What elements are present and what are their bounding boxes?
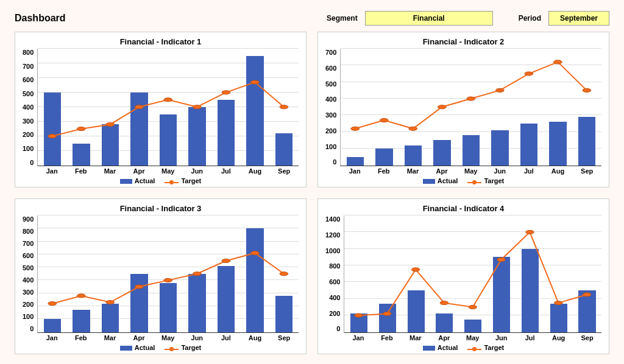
y-axis: 0100200300400500600700800900 bbox=[23, 215, 37, 341]
chart-title: Financial - Indicator 2 bbox=[325, 37, 601, 46]
y-tick: 0 bbox=[23, 159, 34, 166]
legend-label-target: Target bbox=[484, 344, 504, 351]
legend-swatch-bar-icon bbox=[423, 346, 435, 351]
y-tick: 800 bbox=[325, 262, 340, 270]
y-tick: 400 bbox=[23, 276, 34, 284]
period-label: Period bbox=[519, 14, 541, 23]
x-tick: Aug bbox=[241, 334, 270, 341]
y-tick: 400 bbox=[325, 96, 336, 103]
y-tick: 900 bbox=[23, 215, 34, 223]
plot-wrap: JanFebMarAprMayJunJulAugSep bbox=[37, 49, 299, 175]
legend-item-target: Target bbox=[467, 177, 504, 185]
x-tick: Mar bbox=[96, 334, 125, 341]
svg-point-3 bbox=[135, 105, 144, 109]
x-tick: Feb bbox=[66, 167, 96, 175]
legend: ActualTarget bbox=[325, 175, 601, 185]
y-axis: 0100200300400500600700 bbox=[325, 49, 340, 175]
chart-title: Financial - Indicator 1 bbox=[23, 37, 299, 46]
legend-label-actual: Actual bbox=[438, 177, 458, 184]
legend-label-target: Target bbox=[484, 177, 504, 184]
x-tick: Apr bbox=[430, 334, 458, 341]
x-tick: Feb bbox=[369, 167, 399, 175]
y-tick: 400 bbox=[23, 103, 34, 111]
x-tick: May bbox=[456, 167, 486, 175]
plot-area bbox=[37, 49, 299, 166]
y-tick: 500 bbox=[23, 90, 34, 97]
legend-swatch-line-icon bbox=[467, 347, 481, 351]
svg-point-33 bbox=[526, 230, 534, 234]
chart-card-2: Financial - Indicator 201002003004005006… bbox=[317, 32, 609, 187]
x-tick: Jul bbox=[514, 167, 544, 175]
svg-point-14 bbox=[496, 88, 505, 92]
plot-wrap: JanFebMarAprMayJunJulAugSep bbox=[344, 215, 601, 341]
y-tick: 600 bbox=[23, 76, 34, 83]
plot-area bbox=[340, 49, 601, 166]
y-tick: 300 bbox=[23, 117, 34, 125]
x-tick: Apr bbox=[124, 334, 154, 341]
chart-title: Financial - Indicator 4 bbox=[325, 204, 601, 213]
chart-card-3: Financial - Indicator 301002003004005006… bbox=[15, 198, 307, 354]
y-tick: 100 bbox=[23, 313, 34, 320]
svg-point-28 bbox=[383, 312, 391, 315]
svg-point-4 bbox=[164, 98, 172, 102]
legend-label-actual: Actual bbox=[135, 177, 155, 184]
x-tick: Jan bbox=[37, 334, 66, 341]
x-tick: Aug bbox=[544, 334, 573, 341]
y-axis: 0100200300400500600700800 bbox=[23, 49, 37, 175]
y-tick: 0 bbox=[325, 158, 336, 166]
chart-card-1: Financial - Indicator 101002003004005006… bbox=[15, 32, 307, 187]
legend-item-target: Target bbox=[165, 177, 201, 185]
y-axis: 0200400600800100012001400 bbox=[325, 215, 344, 341]
x-tick: Apr bbox=[124, 167, 154, 175]
y-tick: 600 bbox=[325, 65, 336, 72]
y-tick: 800 bbox=[23, 228, 34, 235]
legend-label-actual: Actual bbox=[135, 344, 155, 351]
y-tick: 0 bbox=[325, 325, 340, 332]
chart-title: Financial - Indicator 3 bbox=[23, 204, 299, 213]
y-tick: 700 bbox=[23, 63, 34, 70]
legend-item-target: Target bbox=[467, 344, 504, 352]
x-axis: JanFebMarAprMayJunJulAugSep bbox=[37, 333, 299, 341]
plot-area bbox=[37, 215, 299, 333]
x-axis: JanFebMarAprMayJunJulAugSep bbox=[340, 166, 601, 175]
period-select[interactable]: September bbox=[548, 11, 609, 26]
chart-body: 0100200300400500600700JanFebMarAprMayJun… bbox=[325, 49, 601, 175]
legend-item-actual: Actual bbox=[423, 177, 458, 184]
svg-point-30 bbox=[441, 301, 448, 305]
svg-point-7 bbox=[251, 80, 260, 84]
y-tick: 200 bbox=[325, 310, 340, 317]
legend-swatch-bar-icon bbox=[120, 179, 132, 184]
x-tick: Sep bbox=[573, 334, 601, 341]
y-tick: 400 bbox=[325, 294, 340, 301]
legend-item-actual: Actual bbox=[423, 344, 458, 351]
plot-wrap: JanFebMarAprMayJunJulAugSep bbox=[37, 215, 299, 341]
x-tick: Mar bbox=[401, 334, 430, 341]
legend-item-actual: Actual bbox=[120, 177, 155, 184]
svg-point-20 bbox=[106, 300, 115, 304]
segment-select[interactable]: Financial bbox=[365, 11, 493, 26]
x-tick: Jun bbox=[182, 334, 211, 341]
y-tick: 700 bbox=[23, 240, 34, 247]
y-tick: 700 bbox=[325, 49, 336, 56]
x-tick: Jun bbox=[485, 167, 514, 175]
y-tick: 600 bbox=[325, 278, 340, 285]
x-tick: Mar bbox=[399, 167, 428, 175]
svg-point-9 bbox=[351, 127, 360, 130]
svg-point-8 bbox=[280, 105, 288, 109]
x-tick: Jul bbox=[211, 167, 241, 175]
x-tick: Jul bbox=[211, 334, 241, 341]
y-tick: 200 bbox=[325, 127, 336, 135]
svg-point-12 bbox=[438, 105, 447, 109]
x-tick: Apr bbox=[427, 167, 456, 175]
y-tick: 200 bbox=[23, 131, 34, 138]
x-tick: Jun bbox=[487, 334, 516, 341]
svg-point-35 bbox=[583, 293, 591, 296]
legend-item-actual: Actual bbox=[120, 344, 155, 351]
svg-point-29 bbox=[412, 268, 420, 271]
x-tick: Feb bbox=[66, 334, 96, 341]
legend: ActualTarget bbox=[23, 175, 299, 185]
x-axis: JanFebMarAprMayJunJulAugSep bbox=[37, 166, 299, 175]
y-tick: 1200 bbox=[325, 231, 340, 239]
target-line bbox=[38, 49, 299, 166]
x-tick: Sep bbox=[572, 167, 601, 175]
